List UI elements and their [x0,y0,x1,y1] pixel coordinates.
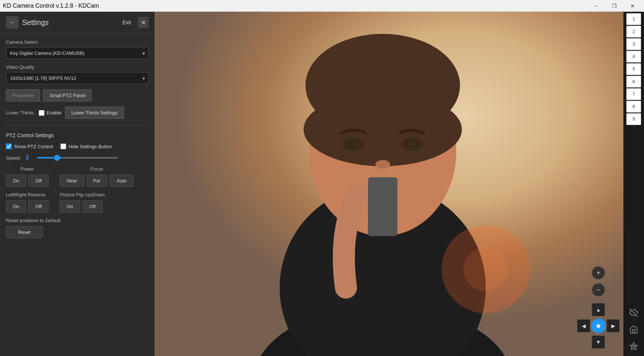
eye-off-icon [629,308,638,317]
power-off-button[interactable]: Off [28,175,49,187]
svg-point-7 [343,138,364,151]
preset-button-4[interactable]: 4 [626,51,641,63]
camera-select-dropdown[interactable]: Key Digital Camera (KD-CAMUSB) [6,47,149,59]
power-control: Power On Off [6,166,49,187]
show-ptz-checkbox[interactable] [6,143,12,149]
camera-background [155,12,623,356]
lower-thirds-settings-button[interactable]: Lower Thirds Settings [65,107,124,119]
exit-button[interactable]: Exit [120,18,134,27]
camera-select-wrapper: Key Digital Camera (KD-CAMUSB) ▾ [6,47,149,59]
ptz-center-button[interactable]: ★ [591,318,606,333]
video-quality-label: Video Quality [6,64,149,70]
lower-thirds-enable-checkbox[interactable] [39,110,45,116]
speed-label: Speed: [6,155,21,161]
titlebar: KD Camera Control v.1.2.8 - KDCam − ❐ ✕ [0,0,644,12]
star-add-icon [629,342,638,351]
lower-thirds-row: Lower Thirds: Enable Lower Thirds Settin… [6,107,149,119]
speed-slider[interactable] [37,157,118,159]
joystick-up-row: ▲ [592,303,605,316]
camera-image-overlay [155,12,623,356]
focus-auto-button[interactable]: Auto [110,175,134,187]
svg-rect-10 [368,177,397,236]
lower-thirds-enable-label: Enable [47,110,61,115]
svg-point-8 [402,138,422,151]
power-focus-group: Power On Off Focus Near Far Auto [6,166,149,187]
settings-panel: ← Settings Exit ✕ Camera Select Key Digi… [0,12,155,356]
minimize-button[interactable]: − [587,0,604,12]
camera-select-label: Camera Select [6,39,149,45]
restore-button[interactable]: ❐ [606,0,623,12]
ptz-control-settings-title: PTZ Control Settings [6,132,149,138]
show-ptz-wrapper[interactable]: Show PTZ Control [6,143,53,149]
svg-point-12 [464,247,508,291]
hide-settings-label: Hide Settings Button [68,144,112,149]
preset-button-7[interactable]: 7 [626,88,641,100]
left-right-label: Left/Right Reverse [6,192,49,197]
hide-settings-checkbox[interactable] [60,143,66,149]
preset-button-1[interactable]: 1 [626,13,641,25]
ptz-checkbox-row: Show PTZ Control Hide Settings Button [6,143,149,149]
lower-thirds-label: Lower Thirds: [6,110,35,115]
reset-label: Reset positions to Default [6,218,149,223]
properties-ptz-row: Properties Small PTZ Panel [6,89,149,102]
hide-settings-wrapper[interactable]: Hide Settings Button [60,143,112,149]
pan-down-button[interactable]: ▼ [592,335,605,349]
camera-view: + − ▲ ◀ ★ ▶ ▼ [155,12,623,356]
zoom-in-button[interactable]: + [592,266,605,280]
camera-select-section: Camera Select Key Digital Camera (KD-CAM… [6,39,149,59]
main-layout: ← Settings Exit ✕ Camera Select Key Digi… [0,12,644,356]
preset-button-8[interactable]: 8 [626,101,641,113]
picture-flip-btns: On Off [60,200,105,213]
preset-button-3[interactable]: 3 [626,38,641,50]
left-right-on-button[interactable]: On [6,200,26,213]
pan-up-button[interactable]: ▲ [592,303,605,316]
picture-flip-control: Picture Flip Up/Down On Off [60,192,105,213]
svg-point-9 [375,160,390,169]
pan-left-button[interactable]: ◀ [577,319,590,332]
lower-thirds-enable-wrapper[interactable]: Enable [39,110,61,116]
svg-point-6 [304,93,462,166]
titlebar-title: KD Camera Control v.1.2.8 - KDCam [3,3,99,9]
power-label: Power [6,166,49,172]
eye-off-button[interactable] [626,305,642,321]
preset-button-9[interactable]: 9 [626,113,641,125]
settings-content: Camera Select Key Digital Camera (KD-CAM… [0,33,155,244]
reset-button[interactable]: Reset [6,226,43,238]
video-quality-dropdown[interactable]: 1920x1080 [1.78] 30FPS NV12 [6,72,149,84]
power-btns: On Off [6,175,49,187]
close-settings-button[interactable]: ✕ [138,17,149,28]
preset-button-2[interactable]: 2 [626,26,641,38]
left-right-off-button[interactable]: Off [28,200,49,213]
right-sidebar: 1 2 3 4 5 6 7 8 9 [623,12,644,356]
preset-button-6[interactable]: 6 [626,76,641,88]
preset-button-5[interactable]: 5 [626,63,641,75]
picture-flip-on-button[interactable]: On [60,200,80,213]
focus-far-button[interactable]: Far [86,175,108,187]
picture-flip-label: Picture Flip Up/Down [60,192,105,197]
reverse-flip-group: Left/Right Reverse On Off Picture Flip U… [6,192,149,213]
settings-title: Settings [22,18,116,27]
titlebar-close-button[interactable]: ✕ [624,0,641,12]
zoom-out-button[interactable]: − [592,283,605,296]
focus-btns: Near Far Auto [60,175,133,187]
show-ptz-label: Show PTZ Control [14,144,53,149]
properties-button[interactable]: Properties [6,89,40,102]
pan-right-button[interactable]: ▶ [606,319,620,332]
power-on-button[interactable]: On [6,175,26,187]
small-ptz-panel-button[interactable]: Small PTZ Panel [43,89,92,102]
star-icon: ★ [595,321,602,330]
focus-near-button[interactable]: Near [60,175,84,187]
focus-label: Focus [60,166,133,172]
speed-row: Speed: 3 [6,154,149,161]
joystick-down-row: ▼ [592,335,605,349]
joystick-middle-row: ◀ ★ ▶ [577,318,620,333]
video-quality-wrapper: 1920x1080 [1.78] 30FPS NV12 ▾ [6,72,149,84]
back-button[interactable]: ← [6,16,18,29]
home-button[interactable] [626,321,642,338]
picture-flip-off-button[interactable]: Off [82,200,103,213]
speed-value: 3 [25,154,33,161]
left-right-btns: On Off [6,200,49,213]
section-divider-1 [6,125,149,126]
add-preset-button[interactable] [626,338,642,355]
left-right-control: Left/Right Reverse On Off [6,192,49,213]
